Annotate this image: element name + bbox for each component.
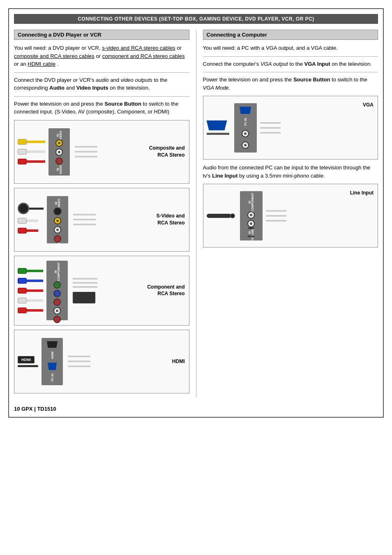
cable-comp-white — [18, 297, 43, 304]
diagram-vga: PC IN VGA — [203, 96, 378, 160]
hdmi-label-plug: HDMI — [18, 356, 35, 363]
cable-yellow — [18, 138, 45, 146]
cable-group-component — [18, 267, 43, 314]
divider-1 — [14, 72, 189, 73]
port-composite-video — [55, 139, 63, 147]
cable-group-composite — [18, 138, 45, 165]
port-svideo — [53, 207, 62, 215]
right-section-title: Connecting a Computer — [203, 30, 378, 40]
diagram-composite: VIDEO IN AUDIO IN — [14, 120, 189, 184]
diagram-hdmi: HDMI HDMI PC IN — [14, 330, 189, 393]
cable-comp-blue — [18, 277, 43, 284]
port-vga-tv — [240, 106, 251, 114]
right-para-1: You will need: a PC with a VGA output, a… — [203, 44, 378, 52]
cable-comp-green — [18, 267, 43, 275]
label-svideo: S-Video andRCA Stereo — [156, 213, 184, 227]
page-title: CONNECTING OTHER DEVICES (SET-TOP BOX, G… — [14, 14, 378, 24]
component-connector-right — [73, 292, 95, 303]
page-container: CONNECTING OTHER DEVICES (SET-TOP BOX, G… — [8, 8, 384, 418]
left-para-1: You will need: a DVD player or VCR, s-vi… — [14, 44, 189, 68]
left-para-2: Connect the DVD player or VCR's audio an… — [14, 76, 189, 92]
left-section-title: Connecting a DVD Player or VCR — [14, 30, 189, 40]
cable-red-sv — [18, 227, 38, 234]
right-para-3: Power the television on and press the So… — [203, 76, 378, 92]
label-component: Component andRCA Stereo — [147, 284, 184, 298]
port-pc-in — [48, 363, 57, 370]
label-vga: VGA — [363, 102, 374, 108]
label-composite: Composite andRCA Stereo — [149, 145, 185, 159]
diagram-svideo: VIDEO IN AUDIO IN — [14, 188, 189, 252]
port-svideo-al — [54, 226, 61, 234]
right-divider-1 — [203, 56, 378, 57]
right-divider-2 — [203, 72, 378, 72]
label-line-input: Line Input — [350, 190, 374, 196]
mini-jack-cable — [207, 214, 231, 218]
left-para-3: Power the television on and press the So… — [14, 100, 189, 116]
port-hdmi — [47, 341, 58, 348]
cable-comp-red1 — [18, 287, 43, 294]
cable-white — [18, 148, 45, 155]
right-para-4: Audio from the connected PC can be input… — [203, 164, 378, 180]
two-column-layout: Connecting a DVD Player or VCR You will … — [14, 30, 378, 398]
port-svideo-ar — [54, 235, 61, 243]
right-column: Connecting a Computer You will need: a P… — [196, 30, 378, 398]
cable-red — [18, 158, 45, 165]
page-footer: 10 GPX | TD1510 — [14, 406, 378, 412]
cable-group-svideo — [18, 205, 44, 234]
diagram-line-input: COMPONENT IN LINE IN VIDEO IN — [203, 184, 378, 247]
left-column: Connecting a DVD Player or VCR You will … — [14, 30, 196, 398]
port-svideo-video — [54, 217, 61, 224]
cable-comp-red2 — [18, 307, 43, 314]
port-audio-r — [55, 157, 63, 165]
diagram-component: COMPONENT IN LR/LIN — [14, 256, 189, 326]
divider-2 — [14, 96, 189, 97]
label-hdmi: HDMI — [172, 358, 185, 365]
vga-cable-plug — [207, 120, 227, 130]
cable-white-sv — [18, 217, 38, 224]
port-audio-l — [55, 148, 63, 156]
cable-svideo-plug — [18, 205, 44, 212]
right-para-2: Connect the computer's VGA output to the… — [203, 60, 378, 68]
